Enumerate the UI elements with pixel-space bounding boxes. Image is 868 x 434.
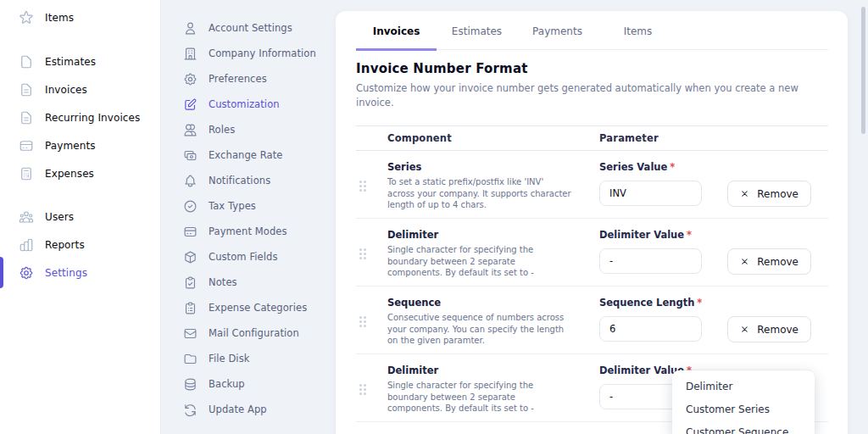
sidebar-item-label: Payments: [45, 140, 96, 152]
remove-label: Remove: [757, 256, 798, 268]
settings-nav-account-settings[interactable]: Account Settings: [183, 15, 336, 41]
settings-nav-label: Backup: [209, 378, 245, 390]
component-name: Series: [387, 161, 599, 173]
tab-payments[interactable]: Payments: [517, 25, 598, 51]
settings-nav-label: Expense Categories: [209, 302, 307, 314]
scrollbar-thumb[interactable]: [861, 7, 865, 134]
tab-bar: Invoices Estimates Payments Items: [356, 11, 828, 50]
component-name: Sequence: [387, 297, 599, 309]
column-component: Component: [387, 132, 599, 144]
sidebar-item-label: Users: [45, 211, 74, 223]
settings-nav-exchange-rate[interactable]: Exchange Rate: [183, 142, 336, 168]
pencil-square-icon: [183, 97, 198, 112]
sidebar-item-label: Invoices: [45, 84, 87, 96]
remove-button[interactable]: Remove: [727, 181, 811, 207]
settings-nav-label: Mail Configuration: [209, 327, 299, 339]
tab-estimates[interactable]: Estimates: [437, 25, 517, 51]
settings-nav-label: Preferences: [209, 73, 267, 85]
settings-nav-label: Roles: [209, 124, 235, 136]
folder-icon: [183, 352, 198, 366]
settings-nav-file-disk[interactable]: File Disk: [183, 346, 336, 371]
credit-card-icon: [183, 225, 198, 239]
sidebar-item-label: Settings: [45, 267, 87, 279]
table-row-delimiter: Delimiter Single character for specifyin…: [356, 219, 828, 287]
remove-button[interactable]: Remove: [727, 316, 811, 342]
sidebar-item-payments[interactable]: Payments: [0, 131, 160, 159]
settings-nav-expense-categories[interactable]: Expense Categories: [183, 295, 336, 320]
settings-nav-label: Tax Types: [209, 200, 256, 212]
settings-nav-mail-configuration[interactable]: Mail Configuration: [183, 320, 336, 346]
settings-nav-roles[interactable]: Roles: [183, 117, 336, 142]
sidebar-item-invoices[interactable]: Invoices: [0, 75, 160, 103]
tab-invoices[interactable]: Invoices: [356, 25, 437, 51]
sidebar-item-recurring-invoices[interactable]: Recurring Invoices: [0, 103, 160, 131]
table-row-series: Series To set a static prefix/postfix li…: [356, 151, 828, 219]
settings-nav-label: Custom Fields: [209, 251, 278, 263]
remove-label: Remove: [757, 188, 798, 200]
delimiter-value-input[interactable]: [599, 248, 702, 274]
settings-nav-label: Account Settings: [209, 22, 292, 34]
settings-nav-label: Customization: [209, 98, 280, 110]
settings-nav-payment-modes[interactable]: Payment Modes: [183, 219, 336, 244]
settings-nav-update-app[interactable]: Update App: [183, 397, 336, 422]
component-dropdown: Delimiter Customer Series Customer Seque…: [672, 370, 815, 434]
settings-nav-label: Exchange Rate: [209, 149, 283, 161]
active-indicator: [0, 257, 3, 288]
dropdown-option-customer-sequence[interactable]: Customer Sequence: [672, 420, 815, 434]
bell-icon: [183, 174, 198, 188]
sidebar-item-estimates[interactable]: Estimates: [0, 47, 160, 75]
dropdown-option-customer-series[interactable]: Customer Series: [672, 398, 815, 420]
user-group-icon: [183, 123, 198, 137]
calculator-icon: [19, 166, 34, 181]
sidebar-item-reports[interactable]: Reports: [0, 231, 160, 259]
required-marker: *: [697, 297, 702, 309]
sidebar-item-label: Reports: [45, 239, 85, 251]
parameter-label: Delimiter Value*: [599, 229, 828, 241]
drag-handle-icon[interactable]: [359, 315, 367, 328]
settings-nav-backup[interactable]: Backup: [183, 371, 336, 397]
remove-label: Remove: [757, 324, 798, 336]
settings-nav-preferences[interactable]: Preferences: [183, 66, 336, 92]
required-marker: *: [670, 161, 675, 173]
parameter-label: Sequence Length*: [599, 297, 828, 309]
component-description: Single character for specifying the boun…: [387, 380, 572, 415]
component-name: Delimiter: [387, 229, 599, 241]
settings-nav-label: Company Information: [209, 47, 316, 59]
column-parameter: Parameter: [599, 132, 828, 144]
tab-items[interactable]: Items: [598, 25, 678, 51]
document-text-icon: [19, 82, 34, 97]
sidebar-item-settings[interactable]: Settings: [0, 259, 160, 287]
settings-nav-customization[interactable]: Customization: [183, 92, 336, 117]
settings-nav-label: Payment Modes: [209, 225, 287, 237]
close-icon: [740, 257, 749, 266]
sequence-length-input[interactable]: [599, 316, 702, 342]
drag-handle-icon[interactable]: [359, 248, 367, 260]
sidebar-item-label: Estimates: [45, 56, 96, 68]
close-icon: [740, 325, 749, 334]
component-description: Single character for specifying the boun…: [387, 244, 572, 279]
sidebar-item-items[interactable]: Items: [0, 3, 160, 31]
dropdown-option-delimiter[interactable]: Delimiter: [672, 375, 815, 398]
sidebar-item-users[interactable]: Users: [0, 203, 160, 231]
component-name: Delimiter: [387, 364, 599, 376]
clipboard-list-icon: [183, 301, 198, 315]
table-header: Component Parameter: [356, 125, 828, 151]
series-value-input[interactable]: [599, 181, 702, 206]
settings-nav-custom-fields[interactable]: Custom Fields: [183, 244, 336, 270]
main-sidebar: Items Estimates Invoices Recurring Invoi…: [0, 0, 161, 434]
drag-handle-icon[interactable]: [359, 180, 367, 192]
sidebar-item-label: Items: [45, 12, 74, 24]
close-icon: [740, 189, 749, 198]
settings-nav-tax-types[interactable]: Tax Types: [183, 193, 336, 219]
remove-button[interactable]: Remove: [727, 248, 811, 275]
settings-nav: Account Settings Company Information Pre…: [161, 0, 336, 434]
settings-nav-notes[interactable]: Notes: [183, 270, 336, 295]
drag-handle-icon[interactable]: [359, 383, 367, 396]
settings-nav-notifications[interactable]: Notifications: [183, 168, 336, 193]
table-row-sequence: Sequence Consecutive sequence of numbers…: [356, 287, 828, 354]
settings-nav-company-information[interactable]: Company Information: [183, 41, 336, 66]
gear-icon: [19, 265, 34, 281]
sidebar-item-expenses[interactable]: Expenses: [0, 159, 160, 187]
clipboard-check-icon: [183, 275, 198, 290]
check-circle-icon: [183, 199, 198, 214]
